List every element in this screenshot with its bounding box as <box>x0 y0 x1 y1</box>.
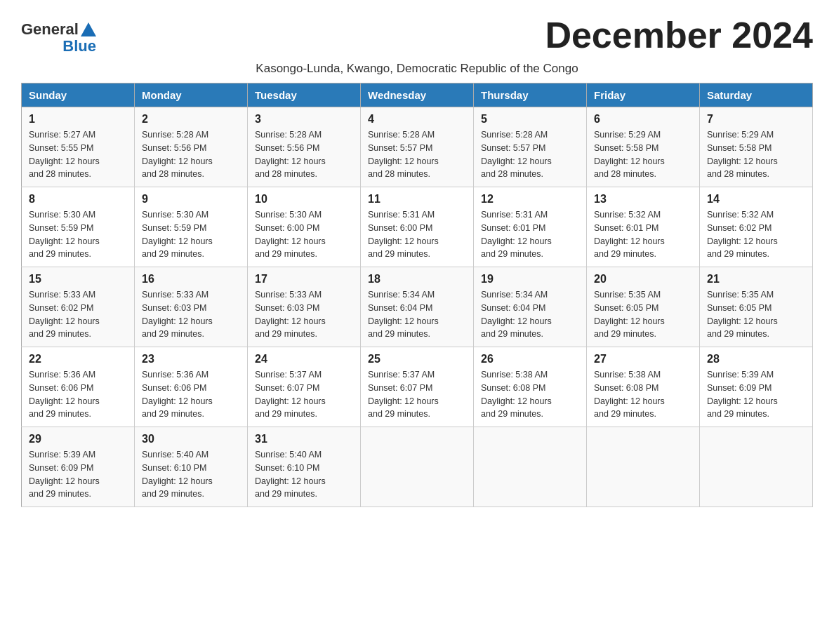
day-number: 19 <box>481 273 579 286</box>
day-cell-11: 11Sunrise: 5:31 AMSunset: 6:00 PMDayligh… <box>361 187 474 267</box>
logo: General Blue <box>21 21 96 55</box>
day-cell-20: 20Sunrise: 5:35 AMSunset: 6:05 PMDayligh… <box>587 267 700 347</box>
day-number: 21 <box>707 273 805 286</box>
day-number: 27 <box>594 353 692 365</box>
location-subtitle: Kasongo-Lunda, Kwango, Democratic Republ… <box>21 62 813 76</box>
logo-triangle-icon <box>81 22 96 36</box>
day-cell-19: 19Sunrise: 5:34 AMSunset: 6:04 PMDayligh… <box>474 267 587 347</box>
week-row-2: 8Sunrise: 5:30 AMSunset: 5:59 PMDaylight… <box>22 187 813 267</box>
day-number: 29 <box>29 433 127 445</box>
day-detail: Sunrise: 5:32 AMSunset: 6:01 PMDaylight:… <box>594 208 692 261</box>
day-detail: Sunrise: 5:32 AMSunset: 6:02 PMDaylight:… <box>707 208 805 261</box>
day-cell-23: 23Sunrise: 5:36 AMSunset: 6:06 PMDayligh… <box>135 347 248 427</box>
day-cell-10: 10Sunrise: 5:30 AMSunset: 6:00 PMDayligh… <box>248 187 361 267</box>
day-number: 9 <box>142 193 240 206</box>
day-detail: Sunrise: 5:28 AMSunset: 5:57 PMDaylight:… <box>368 128 466 181</box>
day-cell-28: 28Sunrise: 5:39 AMSunset: 6:09 PMDayligh… <box>700 347 813 427</box>
day-number: 13 <box>594 193 692 206</box>
empty-cell <box>474 427 587 507</box>
day-detail: Sunrise: 5:36 AMSunset: 6:06 PMDaylight:… <box>29 368 127 421</box>
day-cell-14: 14Sunrise: 5:32 AMSunset: 6:02 PMDayligh… <box>700 187 813 267</box>
day-detail: Sunrise: 5:38 AMSunset: 6:08 PMDaylight:… <box>481 368 579 421</box>
day-cell-15: 15Sunrise: 5:33 AMSunset: 6:02 PMDayligh… <box>22 267 135 347</box>
empty-cell <box>361 427 474 507</box>
day-detail: Sunrise: 5:30 AMSunset: 6:00 PMDaylight:… <box>255 208 353 261</box>
empty-cell <box>700 427 813 507</box>
day-number: 3 <box>255 113 353 126</box>
day-number: 26 <box>481 353 579 365</box>
day-detail: Sunrise: 5:39 AMSunset: 6:09 PMDaylight:… <box>707 368 805 421</box>
day-detail: Sunrise: 5:34 AMSunset: 6:04 PMDaylight:… <box>368 288 466 341</box>
day-number: 23 <box>142 353 240 365</box>
header-sunday: Sunday <box>22 83 135 107</box>
day-number: 12 <box>481 193 579 206</box>
day-cell-16: 16Sunrise: 5:33 AMSunset: 6:03 PMDayligh… <box>135 267 248 347</box>
day-detail: Sunrise: 5:29 AMSunset: 5:58 PMDaylight:… <box>594 128 692 181</box>
day-cell-31: 31Sunrise: 5:40 AMSunset: 6:10 PMDayligh… <box>248 427 361 507</box>
week-row-1: 1Sunrise: 5:27 AMSunset: 5:55 PMDaylight… <box>22 107 813 187</box>
logo-general-text: General <box>21 21 79 38</box>
day-cell-21: 21Sunrise: 5:35 AMSunset: 6:05 PMDayligh… <box>700 267 813 347</box>
day-detail: Sunrise: 5:37 AMSunset: 6:07 PMDaylight:… <box>255 368 353 421</box>
day-detail: Sunrise: 5:35 AMSunset: 6:05 PMDaylight:… <box>594 288 692 341</box>
logo-blue-text: Blue <box>62 38 96 55</box>
day-number: 22 <box>29 353 127 365</box>
day-detail: Sunrise: 5:28 AMSunset: 5:56 PMDaylight:… <box>142 128 240 181</box>
day-cell-8: 8Sunrise: 5:30 AMSunset: 5:59 PMDaylight… <box>22 187 135 267</box>
calendar-header-row: SundayMondayTuesdayWednesdayThursdayFrid… <box>22 83 813 107</box>
month-title: December 2024 <box>545 14 813 56</box>
day-detail: Sunrise: 5:38 AMSunset: 6:08 PMDaylight:… <box>594 368 692 421</box>
day-number: 16 <box>142 273 240 286</box>
day-cell-25: 25Sunrise: 5:37 AMSunset: 6:07 PMDayligh… <box>361 347 474 427</box>
svg-marker-0 <box>81 22 96 36</box>
day-cell-18: 18Sunrise: 5:34 AMSunset: 6:04 PMDayligh… <box>361 267 474 347</box>
day-number: 10 <box>255 193 353 206</box>
day-detail: Sunrise: 5:29 AMSunset: 5:58 PMDaylight:… <box>707 128 805 181</box>
day-detail: Sunrise: 5:34 AMSunset: 6:04 PMDaylight:… <box>481 288 579 341</box>
day-detail: Sunrise: 5:33 AMSunset: 6:02 PMDaylight:… <box>29 288 127 341</box>
day-number: 18 <box>368 273 466 286</box>
day-cell-4: 4Sunrise: 5:28 AMSunset: 5:57 PMDaylight… <box>361 107 474 187</box>
day-detail: Sunrise: 5:37 AMSunset: 6:07 PMDaylight:… <box>368 368 466 421</box>
page-header: General Blue December 2024 <box>21 14 813 56</box>
day-cell-26: 26Sunrise: 5:38 AMSunset: 6:08 PMDayligh… <box>474 347 587 427</box>
day-number: 4 <box>368 113 466 126</box>
day-number: 11 <box>368 193 466 206</box>
day-detail: Sunrise: 5:35 AMSunset: 6:05 PMDaylight:… <box>707 288 805 341</box>
day-number: 5 <box>481 113 579 126</box>
day-number: 30 <box>142 433 240 445</box>
calendar-table: SundayMondayTuesdayWednesdayThursdayFrid… <box>21 83 813 507</box>
day-detail: Sunrise: 5:31 AMSunset: 6:00 PMDaylight:… <box>368 208 466 261</box>
day-detail: Sunrise: 5:28 AMSunset: 5:57 PMDaylight:… <box>481 128 579 181</box>
day-cell-17: 17Sunrise: 5:33 AMSunset: 6:03 PMDayligh… <box>248 267 361 347</box>
week-row-3: 15Sunrise: 5:33 AMSunset: 6:02 PMDayligh… <box>22 267 813 347</box>
empty-cell <box>587 427 700 507</box>
day-detail: Sunrise: 5:30 AMSunset: 5:59 PMDaylight:… <box>142 208 240 261</box>
day-detail: Sunrise: 5:40 AMSunset: 6:10 PMDaylight:… <box>142 448 240 501</box>
day-detail: Sunrise: 5:33 AMSunset: 6:03 PMDaylight:… <box>255 288 353 341</box>
header-monday: Monday <box>135 83 248 107</box>
day-number: 28 <box>707 353 805 365</box>
day-number: 31 <box>255 433 353 445</box>
header-tuesday: Tuesday <box>248 83 361 107</box>
day-detail: Sunrise: 5:28 AMSunset: 5:56 PMDaylight:… <box>255 128 353 181</box>
week-row-5: 29Sunrise: 5:39 AMSunset: 6:09 PMDayligh… <box>22 427 813 507</box>
day-number: 7 <box>707 113 805 126</box>
day-detail: Sunrise: 5:36 AMSunset: 6:06 PMDaylight:… <box>142 368 240 421</box>
day-cell-1: 1Sunrise: 5:27 AMSunset: 5:55 PMDaylight… <box>22 107 135 187</box>
week-row-4: 22Sunrise: 5:36 AMSunset: 6:06 PMDayligh… <box>22 347 813 427</box>
day-cell-12: 12Sunrise: 5:31 AMSunset: 6:01 PMDayligh… <box>474 187 587 267</box>
day-cell-30: 30Sunrise: 5:40 AMSunset: 6:10 PMDayligh… <box>135 427 248 507</box>
day-detail: Sunrise: 5:31 AMSunset: 6:01 PMDaylight:… <box>481 208 579 261</box>
day-number: 1 <box>29 113 127 126</box>
day-cell-7: 7Sunrise: 5:29 AMSunset: 5:58 PMDaylight… <box>700 107 813 187</box>
day-detail: Sunrise: 5:33 AMSunset: 6:03 PMDaylight:… <box>142 288 240 341</box>
day-cell-24: 24Sunrise: 5:37 AMSunset: 6:07 PMDayligh… <box>248 347 361 427</box>
header-friday: Friday <box>587 83 700 107</box>
day-number: 20 <box>594 273 692 286</box>
day-cell-22: 22Sunrise: 5:36 AMSunset: 6:06 PMDayligh… <box>22 347 135 427</box>
day-detail: Sunrise: 5:39 AMSunset: 6:09 PMDaylight:… <box>29 448 127 501</box>
day-cell-5: 5Sunrise: 5:28 AMSunset: 5:57 PMDaylight… <box>474 107 587 187</box>
header-thursday: Thursday <box>474 83 587 107</box>
day-detail: Sunrise: 5:30 AMSunset: 5:59 PMDaylight:… <box>29 208 127 261</box>
